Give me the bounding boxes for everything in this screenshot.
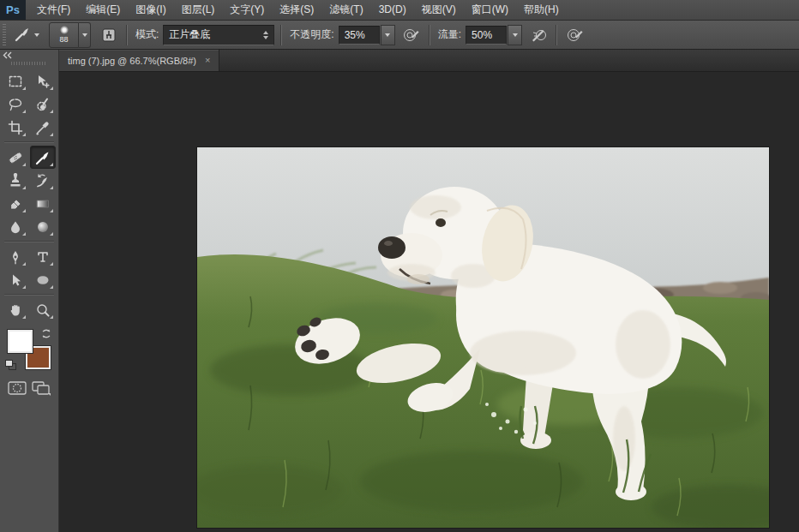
stamp-icon bbox=[8, 173, 23, 188]
eyedropper-icon bbox=[35, 120, 51, 135]
flow-dropdown-button[interactable] bbox=[508, 25, 522, 45]
puppy-photo bbox=[197, 147, 769, 528]
bandage-icon bbox=[8, 150, 23, 165]
move-tool[interactable] bbox=[30, 69, 56, 93]
separator bbox=[280, 25, 282, 45]
gradient-tool[interactable] bbox=[30, 192, 56, 215]
document-tab[interactable]: timg (7).jpg @ 66.7%(RGB/8#) × bbox=[59, 50, 219, 71]
ellipse-icon bbox=[35, 272, 51, 288]
flow-label: 流量: bbox=[438, 27, 461, 42]
dodge-tool[interactable] bbox=[30, 215, 56, 238]
toggle-brush-panel-button[interactable] bbox=[98, 25, 120, 45]
eyedropper-tool[interactable] bbox=[30, 116, 56, 139]
pen-nib-icon bbox=[8, 249, 23, 265]
zoom-tool[interactable] bbox=[30, 298, 56, 321]
opacity-label: 不透明度: bbox=[290, 27, 333, 42]
opacity-pressure-button[interactable] bbox=[400, 25, 423, 45]
tool-group-separator bbox=[4, 241, 54, 242]
dodge-icon bbox=[35, 219, 51, 235]
foreground-color-swatch[interactable] bbox=[8, 330, 33, 353]
quick-mask-button[interactable] bbox=[7, 380, 27, 399]
blend-mode-select[interactable]: 正片叠底 bbox=[163, 25, 274, 45]
opacity-dropdown-button[interactable] bbox=[381, 25, 395, 45]
move-cursor-icon bbox=[35, 74, 51, 89]
canvas-area[interactable] bbox=[59, 72, 799, 532]
brush-icon bbox=[35, 150, 51, 165]
chevron-down-icon bbox=[513, 33, 518, 37]
brush-preset-preview[interactable]: 88 bbox=[49, 22, 79, 48]
quick-selection-icon bbox=[35, 97, 51, 112]
path-selection-tool[interactable] bbox=[3, 268, 28, 291]
menu-edit[interactable]: 编辑(E) bbox=[78, 0, 128, 20]
menu-image[interactable]: 图像(I) bbox=[128, 0, 173, 20]
chevron-down-icon bbox=[34, 33, 39, 37]
magnifier-icon bbox=[35, 302, 51, 318]
hand-icon bbox=[8, 302, 23, 318]
menu-layer[interactable]: 图层(L) bbox=[174, 0, 223, 20]
quick-selection-tool[interactable] bbox=[30, 93, 56, 116]
water-drop-icon bbox=[8, 219, 23, 235]
type-tool[interactable] bbox=[30, 245, 56, 268]
document-tab-title: timg (7).jpg @ 66.7%(RGB/8#) bbox=[68, 56, 196, 66]
separator bbox=[429, 25, 430, 45]
document-image[interactable] bbox=[197, 147, 769, 528]
menu-type[interactable]: 文字(Y) bbox=[222, 0, 272, 20]
menu-window[interactable]: 窗口(W) bbox=[464, 0, 516, 20]
brush-tip-preview bbox=[60, 26, 69, 34]
tool-group-separator bbox=[4, 141, 54, 143]
marquee-icon bbox=[8, 74, 23, 89]
chevron-down-icon bbox=[385, 33, 390, 37]
opacity-input[interactable]: 35% bbox=[339, 26, 380, 45]
photoshop-logo: Ps bbox=[0, 0, 26, 20]
history-brush-icon bbox=[35, 173, 51, 188]
history-brush-tool[interactable] bbox=[30, 169, 56, 192]
spinner-icon bbox=[263, 31, 268, 39]
tab-close-icon[interactable]: × bbox=[205, 56, 210, 65]
menu-bar: Ps 文件(F) 编辑(E) 图像(I) 图层(L) 文字(Y) 选择(S) 滤… bbox=[0, 0, 799, 21]
panel-collapse-button[interactable] bbox=[0, 50, 58, 60]
pen-tool[interactable] bbox=[3, 245, 28, 268]
menu-select[interactable]: 选择(S) bbox=[272, 0, 321, 20]
photoshop-window: Ps 文件(F) 编辑(E) 图像(I) 图层(L) 文字(Y) 选择(S) 滤… bbox=[0, 0, 799, 532]
double-chevron-left-icon bbox=[3, 51, 13, 59]
spot-healing-brush-tool[interactable] bbox=[3, 146, 28, 169]
crop-tool[interactable] bbox=[3, 116, 28, 139]
tab-bar: timg (7).jpg @ 66.7%(RGB/8#) × bbox=[59, 50, 799, 72]
panel-drag-grip[interactable] bbox=[11, 62, 47, 65]
menu-3d[interactable]: 3D(D) bbox=[371, 0, 414, 20]
color-swatches bbox=[5, 327, 53, 372]
hand-tool[interactable] bbox=[3, 298, 28, 321]
brush-icon bbox=[15, 26, 31, 45]
flow-input[interactable]: 50% bbox=[466, 26, 507, 45]
separator bbox=[556, 25, 557, 45]
lasso-icon bbox=[8, 97, 23, 112]
options-bar: 88 模式: 正片叠底 不透明度: 35% 流量: 50% bbox=[0, 21, 799, 50]
screen-mode-button[interactable] bbox=[31, 380, 51, 399]
menu-filter[interactable]: 滤镜(T) bbox=[321, 0, 370, 20]
tool-preset-picker[interactable] bbox=[10, 24, 44, 46]
chevron-down-icon bbox=[82, 33, 87, 37]
clone-stamp-tool[interactable] bbox=[3, 169, 28, 192]
eraser-tool[interactable] bbox=[3, 192, 28, 215]
menu-file[interactable]: 文件(F) bbox=[29, 0, 78, 20]
blur-tool[interactable] bbox=[3, 215, 28, 238]
menu-view[interactable]: 视图(V) bbox=[414, 0, 464, 20]
default-colors-icon[interactable] bbox=[5, 360, 16, 370]
tools-panel bbox=[0, 50, 59, 532]
rectangular-marquee-tool[interactable] bbox=[3, 69, 28, 93]
gradient-icon bbox=[35, 196, 51, 212]
size-pressure-button[interactable] bbox=[563, 25, 586, 45]
eraser-icon bbox=[8, 196, 23, 212]
lasso-tool[interactable] bbox=[3, 93, 28, 116]
arrow-cursor-icon bbox=[8, 272, 23, 288]
menu-help[interactable]: 帮助(H) bbox=[516, 0, 567, 20]
ellipse-tool[interactable] bbox=[30, 268, 56, 291]
crop-icon bbox=[8, 120, 23, 135]
brush-tool[interactable] bbox=[30, 146, 56, 169]
airbrush-button[interactable] bbox=[527, 25, 550, 45]
brush-preset-dropdown-button[interactable] bbox=[79, 22, 91, 48]
options-bar-grip[interactable] bbox=[3, 24, 6, 46]
swap-colors-icon[interactable] bbox=[40, 327, 52, 343]
type-icon bbox=[35, 249, 51, 265]
brush-size-value: 88 bbox=[59, 35, 68, 44]
